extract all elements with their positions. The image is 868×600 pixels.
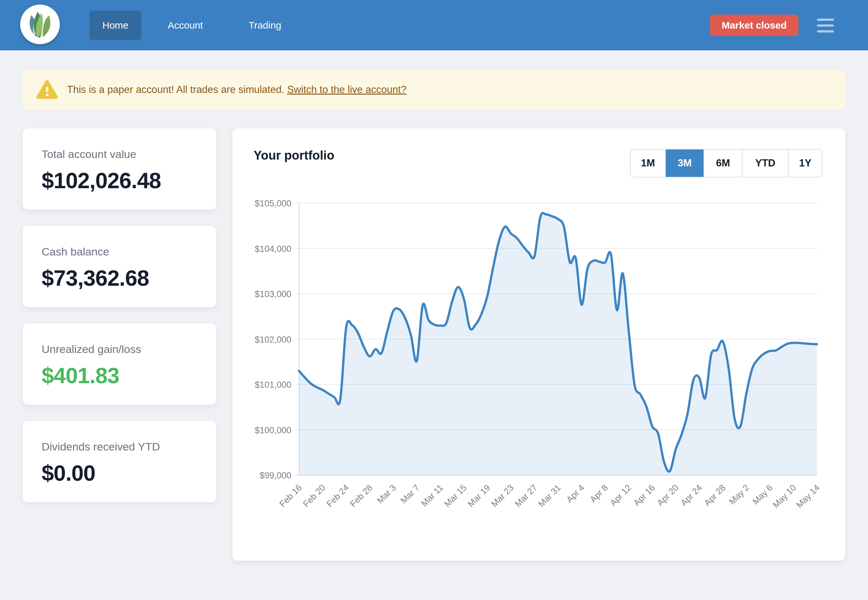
svg-text:$103,000: $103,000 <box>254 289 291 299</box>
nav-tab-account[interactable]: Account <box>159 11 211 40</box>
market-status-badge: Market closed <box>710 15 798 36</box>
svg-text:Apr 12: Apr 12 <box>608 483 633 508</box>
svg-text:Feb 20: Feb 20 <box>301 483 327 509</box>
banner-message: This is a paper account! All trades are … <box>67 84 285 95</box>
svg-text:May 2: May 2 <box>727 483 751 506</box>
banner-text: This is a paper account! All trades are … <box>67 84 406 95</box>
svg-text:Apr 4: Apr 4 <box>564 483 586 505</box>
svg-text:$101,000: $101,000 <box>254 380 291 390</box>
svg-text:Apr 16: Apr 16 <box>632 483 657 508</box>
svg-text:Apr 20: Apr 20 <box>655 483 680 508</box>
stat-label: Dividends received YTD <box>42 440 216 453</box>
stat-card-dividends-ytd: Dividends received YTD $0.00 <box>23 421 216 502</box>
stat-label: Cash balance <box>42 245 216 258</box>
svg-text:Feb 16: Feb 16 <box>278 483 304 509</box>
portfolio-area-chart: $99,000$100,000$101,000$102,000$103,000$… <box>232 129 845 561</box>
svg-text:Feb 28: Feb 28 <box>348 483 374 509</box>
stat-card-total-value: Total account value $102,026.48 <box>23 129 216 210</box>
svg-text:Apr 8: Apr 8 <box>588 483 610 505</box>
navbar: Home Account Trading Market closed <box>0 0 868 50</box>
stat-label: Unrealized gain/loss <box>42 343 216 356</box>
leaf-logo-icon <box>24 9 56 40</box>
svg-text:May 10: May 10 <box>771 483 798 510</box>
svg-text:Mar 7: Mar 7 <box>398 483 421 505</box>
nav-tab-trading[interactable]: Trading <box>239 11 291 40</box>
hamburger-menu-icon[interactable] <box>817 18 834 33</box>
svg-text:May 14: May 14 <box>794 483 821 510</box>
svg-text:Feb 24: Feb 24 <box>324 483 351 509</box>
svg-text:Mar 11: Mar 11 <box>419 483 445 508</box>
switch-live-account-link[interactable]: Switch to the live account? <box>287 84 406 95</box>
svg-text:Mar 19: Mar 19 <box>466 483 492 509</box>
svg-text:Mar 23: Mar 23 <box>489 483 516 509</box>
svg-text:Mar 27: Mar 27 <box>513 483 539 509</box>
stat-value: $401.83 <box>42 363 216 388</box>
svg-text:Mar 31: Mar 31 <box>536 483 563 509</box>
stat-label: Total account value <box>42 148 216 161</box>
svg-text:$102,000: $102,000 <box>254 335 291 344</box>
nav-tab-home[interactable]: Home <box>89 11 141 40</box>
svg-text:$104,000: $104,000 <box>254 244 291 254</box>
portfolio-card: Your portfolio 1M 3M 6M YTD 1Y $99,000$1… <box>232 129 845 561</box>
svg-text:Apr 24: Apr 24 <box>679 483 704 508</box>
svg-text:$99,000: $99,000 <box>259 471 291 480</box>
stat-card-unrealized-gain: Unrealized gain/loss $401.83 <box>23 323 216 405</box>
svg-text:$105,000: $105,000 <box>254 198 291 208</box>
stat-value: $102,026.48 <box>42 168 216 193</box>
stat-value: $73,362.68 <box>42 265 216 291</box>
svg-text:Mar 3: Mar 3 <box>375 483 398 505</box>
svg-text:Mar 15: Mar 15 <box>442 483 468 509</box>
stat-value: $0.00 <box>42 460 216 486</box>
paper-account-banner: This is a paper account! All trades are … <box>23 70 845 109</box>
svg-text:Apr 28: Apr 28 <box>702 483 727 508</box>
stat-card-cash-balance: Cash balance $73,362.68 <box>23 226 216 307</box>
svg-text:$100,000: $100,000 <box>254 426 291 435</box>
brand-logo[interactable] <box>20 5 60 44</box>
warning-icon <box>36 80 58 100</box>
